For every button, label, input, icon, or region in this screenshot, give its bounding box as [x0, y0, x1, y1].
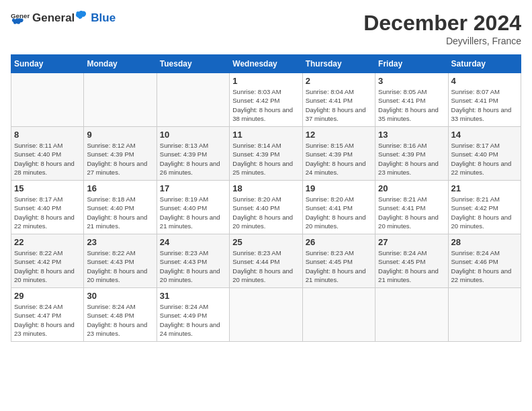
- header-monday: Monday: [84, 55, 157, 73]
- day-23: 23 Sunrise: 8:22 AMSunset: 4:43 PMDaylig…: [84, 234, 157, 288]
- calendar-table: SundayMondayTuesdayWednesdayThursdayFrid…: [11, 54, 521, 342]
- month-title: December 2024: [363, 11, 521, 36]
- empty-cell: [11, 73, 84, 127]
- day-info: Sunrise: 8:23 AMSunset: 4:45 PMDaylight:…: [306, 249, 366, 283]
- day-info: Sunrise: 8:18 AMSunset: 4:40 PMDaylight:…: [87, 195, 147, 230]
- day-16: 16 Sunrise: 8:18 AMSunset: 4:40 PMDaylig…: [84, 181, 157, 234]
- day-11: 11 Sunrise: 8:14 AMSunset: 4:39 PMDaylig…: [230, 127, 302, 181]
- day-15: 15 Sunrise: 8:17 AMSunset: 4:40 PMDaylig…: [11, 181, 84, 234]
- empty-cell: [448, 288, 521, 342]
- day-info: Sunrise: 8:17 AMSunset: 4:40 PMDaylight:…: [14, 195, 75, 230]
- empty-cell: [302, 288, 375, 342]
- day-number: 1: [232, 76, 299, 86]
- location-subtitle: Deyvillers, France: [363, 36, 521, 46]
- day-number: 19: [306, 183, 372, 193]
- day-number: 8: [14, 130, 81, 140]
- day-number: 15: [14, 183, 81, 193]
- day-info: Sunrise: 8:24 AMSunset: 4:45 PMDaylight:…: [378, 249, 439, 283]
- day-31: 31 Sunrise: 8:24 AMSunset: 4:49 PMDaylig…: [157, 288, 229, 342]
- day-28: 28 Sunrise: 8:24 AMSunset: 4:46 PMDaylig…: [448, 234, 521, 288]
- logo-blue-text: Blue: [91, 11, 116, 25]
- day-9: 9 Sunrise: 8:12 AMSunset: 4:39 PMDayligh…: [84, 127, 157, 181]
- day-1: 1 Sunrise: 8:03 AMSunset: 4:42 PMDayligh…: [230, 73, 302, 127]
- day-2: 2 Sunrise: 8:04 AMSunset: 4:41 PMDayligh…: [302, 73, 375, 127]
- day-number: 10: [160, 130, 226, 140]
- day-19: 19 Sunrise: 8:20 AMSunset: 4:41 PMDaylig…: [302, 181, 375, 234]
- day-info: Sunrise: 8:17 AMSunset: 4:40 PMDaylight:…: [451, 142, 512, 176]
- day-number: 30: [87, 291, 153, 301]
- title-area: December 2024 Deyvillers, France: [363, 11, 521, 46]
- day-29: 29 Sunrise: 8:24 AMSunset: 4:47 PMDaylig…: [11, 288, 84, 342]
- day-22: 22 Sunrise: 8:22 AMSunset: 4:42 PMDaylig…: [11, 234, 84, 288]
- day-25: 25 Sunrise: 8:23 AMSunset: 4:44 PMDaylig…: [230, 234, 302, 288]
- day-info: Sunrise: 8:22 AMSunset: 4:42 PMDaylight:…: [14, 249, 75, 283]
- logo: General General Blue: [11, 11, 116, 25]
- empty-cell: [84, 73, 157, 127]
- day-24: 24 Sunrise: 8:23 AMSunset: 4:43 PMDaylig…: [157, 234, 229, 288]
- day-10: 10 Sunrise: 8:13 AMSunset: 4:39 PMDaylig…: [157, 127, 229, 181]
- header-sunday: Sunday: [11, 55, 84, 73]
- calendar-week-1: 1 Sunrise: 8:03 AMSunset: 4:42 PMDayligh…: [11, 73, 521, 127]
- day-4: 4 Sunrise: 8:07 AMSunset: 4:41 PMDayligh…: [448, 73, 521, 127]
- day-info: Sunrise: 8:23 AMSunset: 4:43 PMDaylight:…: [160, 249, 220, 283]
- day-info: Sunrise: 8:03 AMSunset: 4:42 PMDaylight:…: [232, 88, 293, 122]
- header: General General Blue December 2024 Deyvi…: [11, 11, 521, 46]
- day-17: 17 Sunrise: 8:19 AMSunset: 4:40 PMDaylig…: [157, 181, 229, 234]
- header-thursday: Thursday: [302, 55, 375, 73]
- day-number: 23: [87, 237, 153, 247]
- calendar-week-2: 8 Sunrise: 8:11 AMSunset: 4:40 PMDayligh…: [11, 127, 521, 181]
- day-info: Sunrise: 8:24 AMSunset: 4:49 PMDaylight:…: [160, 303, 220, 337]
- day-26: 26 Sunrise: 8:23 AMSunset: 4:45 PMDaylig…: [302, 234, 375, 288]
- day-info: Sunrise: 8:16 AMSunset: 4:39 PMDaylight:…: [378, 142, 439, 176]
- day-info: Sunrise: 8:13 AMSunset: 4:39 PMDaylight:…: [160, 142, 220, 176]
- day-number: 24: [160, 237, 226, 247]
- calendar-body: 1 Sunrise: 8:03 AMSunset: 4:42 PMDayligh…: [11, 73, 521, 342]
- day-number: 22: [14, 237, 81, 247]
- day-number: 31: [160, 291, 226, 301]
- day-number: 25: [232, 237, 299, 247]
- day-info: Sunrise: 8:24 AMSunset: 4:47 PMDaylight:…: [14, 303, 75, 337]
- day-info: Sunrise: 8:21 AMSunset: 4:41 PMDaylight:…: [378, 195, 439, 230]
- day-number: 21: [451, 183, 518, 193]
- empty-cell: [157, 73, 229, 127]
- day-number: 27: [378, 237, 445, 247]
- logo-general-text: General: [32, 11, 75, 25]
- day-number: 12: [306, 130, 372, 140]
- calendar-header-row: SundayMondayTuesdayWednesdayThursdayFrid…: [11, 55, 521, 73]
- day-number: 28: [451, 237, 518, 247]
- day-number: 11: [232, 130, 299, 140]
- day-info: Sunrise: 8:21 AMSunset: 4:42 PMDaylight:…: [451, 195, 512, 230]
- logo-flag-icon: [75, 11, 90, 21]
- header-saturday: Saturday: [448, 55, 521, 73]
- day-info: Sunrise: 8:04 AMSunset: 4:41 PMDaylight:…: [306, 88, 366, 122]
- day-number: 16: [87, 183, 153, 193]
- day-20: 20 Sunrise: 8:21 AMSunset: 4:41 PMDaylig…: [375, 181, 448, 234]
- day-8: 8 Sunrise: 8:11 AMSunset: 4:40 PMDayligh…: [11, 127, 84, 181]
- day-info: Sunrise: 8:24 AMSunset: 4:46 PMDaylight:…: [451, 249, 512, 283]
- header-wednesday: Wednesday: [230, 55, 302, 73]
- day-info: Sunrise: 8:15 AMSunset: 4:39 PMDaylight:…: [306, 142, 366, 176]
- day-30: 30 Sunrise: 8:24 AMSunset: 4:48 PMDaylig…: [84, 288, 157, 342]
- day-number: 14: [451, 130, 518, 140]
- day-number: 9: [87, 130, 153, 140]
- calendar-week-3: 15 Sunrise: 8:17 AMSunset: 4:40 PMDaylig…: [11, 181, 521, 234]
- logo-icon: General: [11, 11, 30, 25]
- day-info: Sunrise: 8:05 AMSunset: 4:41 PMDaylight:…: [378, 88, 439, 122]
- day-number: 4: [451, 76, 518, 86]
- day-number: 26: [306, 237, 372, 247]
- day-info: Sunrise: 8:11 AMSunset: 4:40 PMDaylight:…: [14, 142, 75, 176]
- day-info: Sunrise: 8:22 AMSunset: 4:43 PMDaylight:…: [87, 249, 147, 283]
- day-info: Sunrise: 8:20 AMSunset: 4:41 PMDaylight:…: [306, 195, 366, 230]
- header-friday: Friday: [375, 55, 448, 73]
- day-14: 14 Sunrise: 8:17 AMSunset: 4:40 PMDaylig…: [448, 127, 521, 181]
- day-number: 18: [232, 183, 299, 193]
- day-info: Sunrise: 8:20 AMSunset: 4:40 PMDaylight:…: [232, 195, 293, 230]
- day-number: 20: [378, 183, 445, 193]
- day-info: Sunrise: 8:23 AMSunset: 4:44 PMDaylight:…: [232, 249, 293, 283]
- header-tuesday: Tuesday: [157, 55, 229, 73]
- calendar-week-4: 22 Sunrise: 8:22 AMSunset: 4:42 PMDaylig…: [11, 234, 521, 288]
- day-info: Sunrise: 8:19 AMSunset: 4:40 PMDaylight:…: [160, 195, 220, 230]
- day-number: 29: [14, 291, 81, 301]
- day-number: 13: [378, 130, 445, 140]
- day-13: 13 Sunrise: 8:16 AMSunset: 4:39 PMDaylig…: [375, 127, 448, 181]
